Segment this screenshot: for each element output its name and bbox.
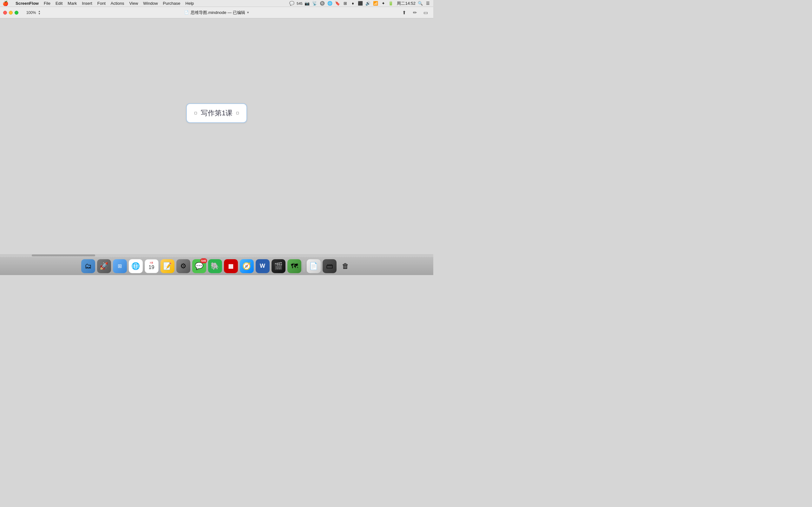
word-icon: W [260, 263, 265, 269]
list-icon[interactable]: ☰ [425, 1, 431, 6]
document-title-text: 思维导图.mindnode — 已编辑 [191, 10, 245, 15]
wechat-badge: 545 [200, 258, 207, 263]
menu-insert[interactable]: Insert [79, 0, 95, 7]
dock-item-calendar[interactable]: 7月 19 [145, 259, 159, 273]
dock-item-doccreator[interactable]: 📄 [307, 259, 321, 273]
sequel-icon: 🗃 [326, 262, 333, 270]
dock-item-wechat[interactable]: 💬 545 [192, 259, 206, 273]
wifi-icon[interactable]: 📶 [373, 1, 378, 6]
document-title[interactable]: 📄 思维导图.mindnode — 已编辑 ▾ [184, 10, 249, 15]
chevron-down-icon[interactable]: ▾ [247, 10, 249, 14]
dock-item-system-preferences[interactable]: ⚙ [176, 259, 190, 273]
mission-control-icon: ⊞ [118, 263, 122, 269]
menu-icon-1[interactable]: 🔘 [319, 1, 325, 6]
traffic-lights [3, 11, 18, 14]
zoom-stepper[interactable]: ▲ ▼ [38, 10, 41, 15]
wps-icon: ▦ [228, 263, 234, 270]
dock-item-evernote[interactable]: 🐘 [208, 259, 222, 273]
menu-icon-4[interactable]: ♦ [350, 1, 356, 6]
menubar: 🍎 ScreenFlow File Edit Mark Insert Font … [0, 0, 433, 7]
menu-icon-5[interactable]: ⬛ [357, 1, 363, 6]
dock-item-mission-control[interactable]: ⊞ [113, 259, 127, 273]
photo-icon[interactable]: 📷 [304, 1, 310, 6]
sinaweibo-icon[interactable]: ✦ [380, 1, 386, 6]
maps-icon: 🗺 [291, 262, 298, 270]
menu-mark[interactable]: Mark [65, 0, 79, 7]
menubar-right: 💬 545 📷 📡 🔘 🌐 🔖 ⊞ ♦ ⬛ 🔊 📶 ✦ 🔋 周二14:52 🔍 … [289, 1, 431, 6]
dock-item-chrome[interactable]: 🌐 [129, 259, 143, 273]
menu-help[interactable]: Help [183, 0, 197, 7]
zoom-control[interactable]: 100% ▲ ▼ [25, 10, 41, 15]
finder-icon: 🗂 [85, 262, 92, 270]
chrome-icon: 🌐 [131, 262, 140, 270]
hscroll-thumb[interactable] [32, 255, 95, 257]
sidebar-button[interactable]: ▭ [421, 9, 430, 16]
syspref-icon: ⚙ [180, 262, 187, 270]
zoom-button[interactable] [14, 11, 18, 14]
zoom-value: 100% [25, 10, 38, 15]
dock-item-sequel[interactable]: 🗃 [322, 259, 337, 273]
dock: 🗂 🚀 ⊞ 🌐 7月 19 📝 ⚙ 💬 545 🐘 ▦ 🧭 W 🎬 🗺 [0, 257, 433, 275]
document-icon: 📄 [184, 10, 189, 14]
battery-icon[interactable]: 🔋 [388, 1, 394, 6]
toolbar: 100% ▲ ▼ 📄 思维导图.mindnode — 已编辑 ▾ ⬆ ✏ ▭ [0, 7, 433, 18]
dock-item-word[interactable]: W [256, 259, 270, 273]
wechat-icon[interactable]: 💬 [289, 1, 295, 6]
menu-edit[interactable]: Edit [53, 0, 65, 7]
trash-icon: 🗑 [342, 262, 349, 270]
share-button[interactable]: ⬆ [400, 9, 409, 16]
canvas: 写作第1课 [0, 18, 433, 244]
volume-icon[interactable]: 🔊 [365, 1, 371, 6]
clock: 周二14:52 [397, 1, 415, 6]
doccreator-icon: 📄 [309, 262, 318, 270]
menu-window[interactable]: Window [141, 0, 160, 7]
dock-item-rocket[interactable]: 🚀 [97, 259, 111, 273]
filmage-icon: 🎬 [274, 262, 283, 270]
dock-item-wps[interactable]: ▦ [224, 259, 238, 273]
bookmark-icon[interactable]: 🔖 [335, 1, 340, 6]
node-text: 写作第1课 [201, 108, 233, 118]
apple-menu[interactable]: 🍎 [3, 1, 9, 6]
dock-item-notes[interactable]: 📝 [160, 259, 174, 273]
mind-node[interactable]: 写作第1课 [186, 103, 247, 123]
dock-item-finder[interactable]: 🗂 [81, 259, 95, 273]
menu-purchase[interactable]: Purchase [160, 0, 183, 7]
evernote-icon: 🐘 [211, 262, 219, 270]
node-handle-left[interactable] [194, 112, 197, 114]
safari-icon: 🧭 [242, 262, 251, 270]
dock-separator [304, 261, 304, 272]
hscrollbar[interactable] [0, 254, 433, 257]
menu-font[interactable]: Font [95, 0, 108, 7]
menu-icon-3[interactable]: ⊞ [342, 1, 348, 6]
node-handle-right[interactable] [236, 112, 239, 114]
menu-actions[interactable]: Actions [108, 0, 127, 7]
dock-item-filmage[interactable]: 🎬 [271, 259, 286, 273]
rocket-icon: 🚀 [100, 262, 108, 270]
calendar-icon: 7月 19 [149, 262, 154, 271]
wechat-badge: 545 [297, 1, 302, 6]
toolbar-right: ⬆ ✏ ▭ [400, 9, 430, 16]
menu-file[interactable]: File [41, 0, 53, 7]
dock-item-maps[interactable]: 🗺 [287, 259, 301, 273]
notes-icon: 📝 [163, 262, 171, 270]
dock-item-safari[interactable]: 🧭 [240, 259, 254, 273]
close-button[interactable] [3, 11, 7, 14]
menu-view[interactable]: View [126, 0, 141, 7]
edit-button[interactable]: ✏ [410, 9, 419, 16]
menu-screenflow[interactable]: ScreenFlow [13, 0, 41, 7]
search-icon[interactable]: 🔍 [417, 1, 423, 6]
airdrop-icon[interactable]: 📡 [312, 1, 317, 6]
minimize-button[interactable] [9, 11, 13, 14]
dock-item-trash[interactable]: 🗑 [339, 259, 352, 273]
menu-icon-2[interactable]: 🌐 [327, 1, 333, 6]
